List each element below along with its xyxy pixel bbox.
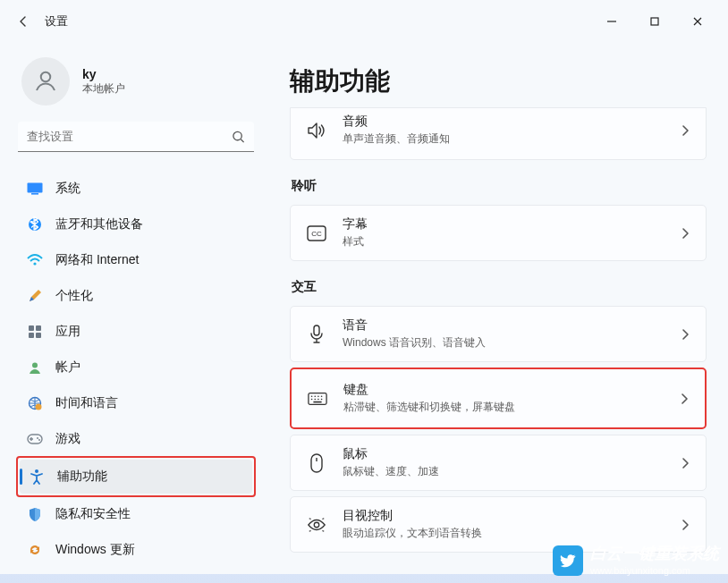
search-input[interactable] bbox=[18, 122, 254, 152]
sidebar-item-label: 时间和语言 bbox=[55, 395, 118, 411]
svg-rect-6 bbox=[31, 193, 38, 195]
sidebar-item-label: 系统 bbox=[55, 181, 80, 197]
sidebar-item-label: 游戏 bbox=[55, 431, 80, 447]
svg-point-31 bbox=[321, 398, 323, 400]
search-container bbox=[18, 122, 254, 152]
card-sub: Windows 语音识别、语音键入 bbox=[343, 335, 665, 351]
section-listen: 聆听 bbox=[292, 178, 707, 194]
sidebar-highlight: 辅助功能 bbox=[16, 456, 256, 497]
chevron-right-icon bbox=[681, 457, 690, 469]
minimize-icon bbox=[606, 16, 617, 27]
svg-point-28 bbox=[311, 398, 313, 400]
card-speech[interactable]: 语音 Windows 语音识别、语音键入 bbox=[290, 306, 707, 362]
update-icon bbox=[27, 542, 43, 558]
watermark: 白云一键重装系统 www.baiyunxitong.com bbox=[553, 545, 719, 576]
card-text: 目视控制 眼动追踪仪，文本到语音转换 bbox=[343, 508, 665, 541]
card-sub: 单声道音频、音频通知 bbox=[343, 131, 665, 147]
gaming-icon bbox=[27, 431, 43, 447]
card-title: 目视控制 bbox=[343, 508, 665, 524]
sidebar-item-network[interactable]: 网络和 Internet bbox=[18, 243, 254, 277]
sidebar-item-time-language[interactable]: 时间和语言 bbox=[18, 386, 254, 420]
svg-point-17 bbox=[37, 437, 38, 439]
minimize-button[interactable] bbox=[592, 8, 631, 35]
card-title: 音频 bbox=[343, 114, 665, 130]
card-text: 鼠标 鼠标键、速度、加速 bbox=[343, 446, 665, 479]
profile-sub: 本地帐户 bbox=[82, 81, 125, 97]
sidebar-item-label: 应用 bbox=[55, 324, 80, 340]
card-text: 音频 单声道音频、音频通知 bbox=[343, 114, 665, 147]
card-title: 键盘 bbox=[343, 382, 664, 398]
sidebar-item-privacy[interactable]: 隐私和安全性 bbox=[18, 497, 254, 531]
sidebar-item-label: 个性化 bbox=[55, 288, 93, 304]
sidebar-item-system[interactable]: 系统 bbox=[18, 172, 254, 206]
sidebar-item-personalization[interactable]: 个性化 bbox=[18, 279, 254, 313]
window-controls bbox=[592, 8, 721, 35]
svg-point-15 bbox=[36, 404, 42, 410]
svg-rect-10 bbox=[36, 325, 41, 331]
svg-rect-33 bbox=[311, 454, 322, 472]
card-title: 字幕 bbox=[343, 216, 665, 232]
maximize-icon bbox=[649, 16, 660, 27]
chevron-right-icon bbox=[681, 328, 690, 341]
wifi-icon bbox=[27, 252, 43, 268]
monitor-icon bbox=[27, 181, 43, 197]
search-icon[interactable] bbox=[232, 131, 245, 144]
back-button[interactable] bbox=[7, 5, 39, 38]
svg-point-27 bbox=[321, 395, 323, 397]
watermark-badge bbox=[553, 545, 583, 576]
svg-rect-9 bbox=[29, 325, 34, 331]
card-audio[interactable]: 音频 单声道音频、音频通知 bbox=[290, 107, 707, 160]
card-keyboard[interactable]: 键盘 粘滞键、筛选键和切换键，屏幕键盘 bbox=[290, 368, 707, 429]
sidebar-item-apps[interactable]: 应用 bbox=[18, 315, 254, 349]
svg-point-8 bbox=[33, 262, 36, 265]
svg-rect-5 bbox=[28, 183, 43, 193]
svg-point-26 bbox=[317, 395, 319, 397]
section-interact: 交互 bbox=[292, 279, 707, 295]
sidebar-item-label: 网络和 Internet bbox=[55, 252, 139, 268]
watermark-line2: www.baiyunxitong.com bbox=[590, 565, 719, 576]
watermark-text: 白云一键重装系统 www.baiyunxitong.com bbox=[590, 545, 719, 576]
card-title: 语音 bbox=[343, 317, 665, 334]
maximize-button[interactable] bbox=[635, 8, 674, 35]
svg-point-29 bbox=[314, 398, 316, 400]
sidebar-item-accounts[interactable]: 帐户 bbox=[18, 351, 254, 384]
svg-point-24 bbox=[311, 395, 313, 397]
card-captions[interactable]: CC 字幕 样式 bbox=[290, 205, 707, 261]
watermark-line1: 白云一键重装系统 bbox=[590, 545, 719, 563]
profile-text: ky 本地帐户 bbox=[82, 67, 125, 97]
accessibility-icon bbox=[29, 469, 45, 485]
card-mouse[interactable]: 鼠标 鼠标键、速度、加速 bbox=[290, 435, 707, 491]
sidebar-item-gaming[interactable]: 游戏 bbox=[18, 422, 254, 456]
svg-rect-32 bbox=[313, 401, 321, 402]
card-sub: 鼠标键、速度、加速 bbox=[343, 464, 665, 479]
card-sub: 眼动追踪仪，文本到语音转换 bbox=[343, 526, 665, 541]
svg-point-30 bbox=[317, 398, 319, 400]
person-icon bbox=[32, 68, 59, 95]
svg-point-25 bbox=[314, 395, 316, 397]
close-button[interactable] bbox=[678, 8, 717, 35]
paintbrush-icon bbox=[27, 288, 43, 304]
mouse-icon bbox=[307, 453, 326, 473]
sidebar-item-bluetooth[interactable]: 蓝牙和其他设备 bbox=[18, 207, 254, 241]
svg-point-18 bbox=[38, 439, 40, 441]
microphone-icon bbox=[307, 325, 326, 344]
svg-point-19 bbox=[35, 469, 38, 473]
window-title: 设置 bbox=[45, 13, 68, 30]
card-sub: 样式 bbox=[343, 234, 665, 249]
svg-rect-12 bbox=[36, 333, 41, 338]
card-text: 字幕 样式 bbox=[343, 216, 665, 249]
svg-point-3 bbox=[233, 131, 241, 139]
chevron-right-icon bbox=[681, 227, 690, 240]
profile-name: ky bbox=[82, 67, 125, 81]
profile[interactable]: ky 本地帐户 bbox=[18, 50, 254, 122]
sidebar-item-update[interactable]: Windows 更新 bbox=[18, 533, 254, 567]
sidebar-item-accessibility[interactable]: 辅助功能 bbox=[20, 460, 252, 494]
sidebar-item-label: 帐户 bbox=[55, 359, 80, 376]
keyboard-icon bbox=[308, 392, 327, 406]
chevron-right-icon bbox=[681, 519, 690, 531]
svg-point-35 bbox=[314, 522, 319, 528]
card-title: 鼠标 bbox=[343, 446, 665, 462]
sidebar-item-label: Windows 更新 bbox=[55, 542, 135, 558]
arrow-left-icon bbox=[16, 14, 30, 29]
card-text: 键盘 粘滞键、筛选键和切换键，屏幕键盘 bbox=[343, 382, 664, 415]
